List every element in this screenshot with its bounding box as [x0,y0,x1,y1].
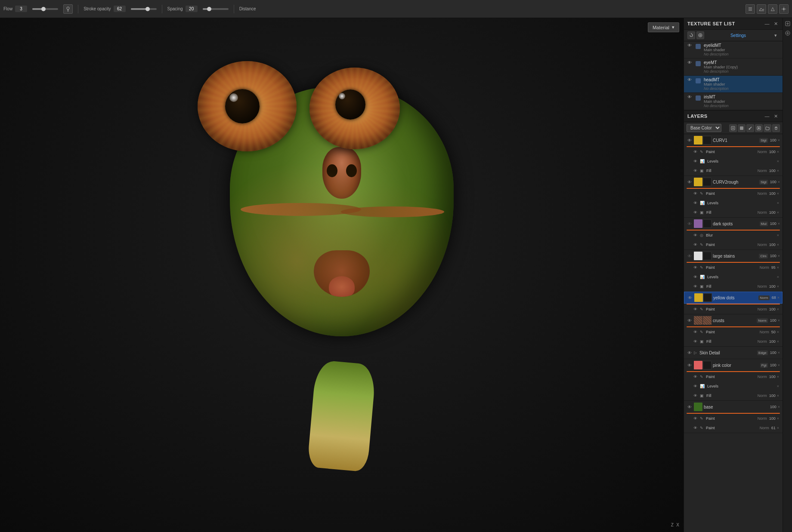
pink-color-fill[interactable]: 👁 ▣ Fill Norm 100 × [684,391,783,400]
pink-color-fill-close[interactable]: × [777,394,779,398]
curv1-levels-close[interactable]: × [777,159,779,163]
texture-item-head[interactable]: 👁 headMT Main shader No description [684,76,783,93]
layer-yellow-dots[interactable]: 👁 yellow dots Norm 68 × [684,292,783,304]
crusts-fill-vis[interactable]: 👁 [693,339,697,344]
viewport[interactable]: Material ▾ [0,18,684,532]
dark-spots-paint[interactable]: 👁 ✎ Paint Norm 100 × [684,240,783,249]
layer-curv2[interactable]: 👁 CURV2rough Slgt 100 × [684,176,783,188]
flow-slider[interactable] [32,8,58,10]
dark-spots-blur[interactable]: 👁 ◎ Blur × [684,231,783,240]
pink-color-close[interactable]: × [778,363,780,367]
base-paint2-close[interactable]: × [777,426,779,430]
base-paint2-vis[interactable]: 👁 [693,426,697,430]
large-stains-paint-vis[interactable]: 👁 [693,265,697,270]
pink-color-levels-vis[interactable]: 👁 [693,384,697,388]
dark-spots-blur-close[interactable]: × [777,233,779,237]
layer-crusts[interactable]: 👁 crusts Norm 100 × [684,314,783,326]
curv2-paint-vis[interactable]: 👁 [693,191,697,196]
nav-icon-1[interactable] [746,4,755,14]
yellow-dots-visibility[interactable]: 👁 [687,295,693,301]
layers-list[interactable]: 👁 CURV1 Slgt 100 × 👁 ✎ Pa [684,134,783,532]
layer-skin-detail[interactable]: 👁 ▷ Skin Detail Edge 100 × [684,347,783,359]
channel-select[interactable]: Base Color Roughness Metallic Normal [687,124,721,132]
curv2-fill-close[interactable]: × [777,210,779,215]
texture-item-eyelid[interactable]: 👁 eyelidMT Main shader No description [684,41,783,58]
mountain-icon[interactable] [757,4,766,14]
crusts-visibility[interactable]: 👁 [687,317,693,323]
pink-color-paint[interactable]: 👁 ✎ Paint Norm 100 × [684,372,783,381]
curv1-fill-vis[interactable]: 👁 [693,169,697,173]
stroke-opacity-slider[interactable] [131,8,157,10]
base-paint2[interactable]: 👁 ✎ Paint Norm 61 × [684,423,783,433]
curv2-fill-vis[interactable]: 👁 [693,210,697,215]
large-stains-levels-close[interactable]: × [777,275,779,279]
stroke-opacity-value[interactable]: 62 [114,6,126,12]
curv1-paint-vis[interactable]: 👁 [693,150,697,154]
large-stains-paint-close[interactable]: × [777,265,779,270]
curv1-levels[interactable]: 👁 📊 Levels × [684,157,783,166]
layer-dark-spots[interactable]: 👁 dark spots Mul 100 × [684,218,783,230]
eye-visibility-icon[interactable]: 👁 [687,60,693,65]
curv1-paint-close[interactable]: × [777,150,779,154]
add-fill-layer-btn[interactable] [738,124,746,132]
curv1-fill[interactable]: 👁 ▣ Fill Norm 100 × [684,166,783,175]
flow-value[interactable]: 3 [15,6,27,12]
flag-icon[interactable]: △ [768,4,777,14]
settings-icon[interactable] [779,4,789,14]
spacing-value[interactable]: 20 [186,6,198,12]
dark-spots-paint-close[interactable]: × [777,243,779,247]
base-visibility[interactable]: 👁 [687,404,693,410]
dark-spots-close[interactable]: × [778,221,780,226]
curv2-close[interactable]: × [778,180,780,184]
head-visibility-icon[interactable]: 👁 [687,77,693,83]
texture-item-eye[interactable]: 👁 eyeMT Main shader (Copy) No descriptio… [684,58,783,76]
layers-close[interactable]: ✕ [772,113,779,120]
crusts-paint-close[interactable]: × [777,330,779,334]
delete-layer-btn[interactable] [772,124,780,132]
pink-color-visibility[interactable]: 👁 [687,362,693,368]
large-stains-visibility[interactable]: 👁 [687,253,693,259]
crusts-fill-close[interactable]: × [777,339,779,344]
curv1-levels-vis[interactable]: 👁 [693,159,697,163]
crusts-paint-vis[interactable]: 👁 [693,330,697,334]
base-paint1-close[interactable]: × [777,416,779,421]
add-paint-layer-btn[interactable] [729,124,737,132]
pink-color-fill-vis[interactable]: 👁 [693,394,697,398]
crusts-close[interactable]: × [778,318,780,323]
large-stains-close[interactable]: × [778,254,780,258]
yellow-dots-paint-close[interactable]: × [777,307,779,311]
layers-minimize[interactable]: — [764,113,770,120]
iris-visibility-icon[interactable]: 👁 [687,95,693,100]
skin-detail-visibility[interactable]: 👁 [687,350,693,356]
yellow-dots-paint-vis[interactable]: 👁 [693,307,697,311]
texture-item-iris[interactable]: 👁 irisMT Main shader No description [684,93,783,110]
strip-icon-1[interactable] [784,20,792,28]
curv2-levels-close[interactable]: × [777,201,779,205]
texture-set-minimize[interactable]: — [764,20,770,27]
texture-add-icon[interactable] [696,31,704,39]
crusts-fill[interactable]: 👁 ▣ Fill Norm 100 × [684,337,783,346]
dark-spots-visibility[interactable]: 👁 [687,221,693,227]
curv1-close[interactable]: × [778,138,780,142]
large-stains-fill-close[interactable]: × [777,284,779,289]
material-dropdown[interactable]: Material ▾ [648,22,679,32]
curv2-visibility[interactable]: 👁 [687,179,693,185]
curv2-fill[interactable]: 👁 ▣ Fill Norm 100 × [684,208,783,217]
large-stains-levels-vis[interactable]: 👁 [693,275,697,279]
curv2-levels-vis[interactable]: 👁 [693,201,697,205]
settings-label[interactable]: Settings [730,33,746,38]
layer-base[interactable]: 👁 base 100 × [684,401,783,413]
yellow-dots-paint[interactable]: 👁 ✎ Paint Norm 100 × [684,304,783,314]
crusts-paint[interactable]: 👁 ✎ Paint Norm 50 × [684,327,783,337]
yellow-dots-close[interactable]: × [777,295,780,300]
curv2-levels[interactable]: 👁 📊 Levels × [684,198,783,208]
settings-gear-icon[interactable]: ▾ [772,32,779,39]
large-stains-paint[interactable]: 👁 ✎ Paint Norm 95 × [684,263,783,272]
texture-refresh-icon[interactable] [687,31,695,39]
large-stains-fill[interactable]: 👁 ▣ Fill Norm 100 × [684,282,783,291]
base-close[interactable]: × [778,405,780,409]
spacing-slider[interactable] [203,8,229,10]
large-stains-levels[interactable]: 👁 📊 Levels × [684,272,783,282]
eyelid-visibility-icon[interactable]: 👁 [687,43,693,48]
dark-spots-paint-vis[interactable]: 👁 [693,243,697,247]
